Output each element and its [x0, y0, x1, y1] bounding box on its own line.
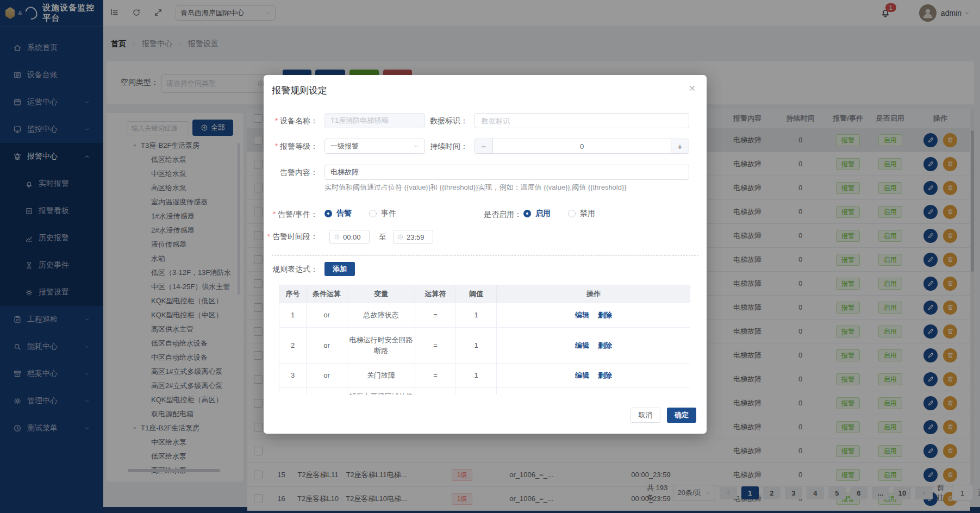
- alarm-event-radio-label[interactable]: 告警: [336, 209, 352, 218]
- time-start-value: 00:00: [343, 233, 361, 241]
- rule-column-header: 操作: [497, 285, 691, 303]
- close-icon[interactable]: [686, 83, 698, 96]
- duration-label: 持续时间：: [414, 139, 468, 154]
- divider: [272, 255, 698, 256]
- time-end-input[interactable]: 23:59: [393, 230, 433, 244]
- rule-row: 轿厢在开门区域外停: [279, 388, 691, 395]
- data-id-field[interactable]: [475, 113, 689, 128]
- alarm-event-radio-告警[interactable]: [324, 210, 332, 217]
- rule-delete-link[interactable]: 删除: [598, 311, 612, 319]
- time-start-input[interactable]: 00:00: [329, 230, 370, 244]
- rule-row: 1or总故障状态=1编辑删除: [279, 303, 691, 328]
- alarm-event-radio-label[interactable]: 事件: [381, 209, 396, 218]
- data-id-label: 数据标识：: [414, 113, 468, 128]
- alarm-event-label: 告警/事件：: [264, 210, 318, 218]
- rule-column-header: 变量: [347, 285, 415, 303]
- alarm-event-radio-事件[interactable]: [369, 210, 377, 217]
- time-to-text: 至: [374, 230, 391, 244]
- rule-row: 3or关门故障=1编辑删除: [279, 364, 691, 388]
- rule-column-header: 运算符: [415, 285, 456, 303]
- rule-expression-table: 序号条件运算变量运算符阈值操作1or总故障状态=1编辑删除2or电梯运行时安全回…: [279, 285, 690, 395]
- time-range-label: 告警时间段：: [264, 229, 318, 243]
- rule-column-header: 阈值: [456, 285, 497, 303]
- rule-delete-link[interactable]: 删除: [598, 371, 612, 379]
- rule-column-header: 序号: [279, 285, 307, 303]
- dialog-title: 报警规则设定: [272, 84, 327, 97]
- cancel-button[interactable]: 取消: [631, 408, 660, 423]
- alarm-content-label: 告警内容：: [264, 165, 318, 180]
- alarm-level-label: 报警等级：: [264, 139, 318, 154]
- enabled-radio-label[interactable]: 启用: [535, 209, 551, 218]
- confirm-button[interactable]: 确定: [667, 408, 696, 423]
- enabled-radio-禁用[interactable]: [568, 210, 576, 217]
- alarm-level-select[interactable]: 一级报警: [324, 139, 425, 154]
- duration-stepper: − 0 +: [475, 139, 689, 154]
- time-end-value: 23:59: [407, 233, 425, 241]
- alarm-rule-dialog: 报警规则设定 设备名称： T1座消防电梯轿厢 数据标识： 报警等级： 一级报警 …: [264, 75, 707, 434]
- duration-value[interactable]: 0: [493, 139, 671, 153]
- rule-edit-link[interactable]: 编辑: [575, 341, 589, 349]
- rule-expression-label: 规则表达式：: [264, 262, 318, 276]
- rule-edit-link[interactable]: 编辑: [575, 311, 589, 319]
- enabled-radio-启用[interactable]: [523, 210, 531, 217]
- clock-icon: [397, 234, 404, 240]
- rule-column-header: 条件运算: [307, 285, 347, 303]
- alarm-level-value: 一级报警: [330, 141, 359, 151]
- rule-delete-link[interactable]: 删除: [598, 341, 612, 349]
- enabled-radio-label[interactable]: 禁用: [580, 209, 595, 218]
- add-rule-button[interactable]: 添加: [324, 262, 355, 276]
- stepper-plus-button[interactable]: +: [671, 139, 689, 153]
- alarm-content-field[interactable]: 电梯故障: [324, 165, 689, 180]
- placeholder-hint: 实时值和阈值通过占位符 {{value}}和 {{threshold}}实现，例…: [324, 183, 694, 192]
- alarm-event-radio-group: 告警事件: [324, 209, 409, 218]
- rule-table-wrap: 序号条件运算变量运算符阈值操作1or总故障状态=1编辑删除2or电梯运行时安全回…: [279, 285, 690, 395]
- device-name-label: 设备名称：: [264, 113, 318, 128]
- clock-icon: [334, 234, 340, 240]
- device-name-field[interactable]: T1座消防电梯轿厢: [324, 113, 425, 128]
- stepper-minus-button[interactable]: −: [475, 139, 493, 153]
- rule-edit-link[interactable]: 编辑: [575, 371, 589, 379]
- enabled-label: 是否启用：: [467, 210, 522, 218]
- data-id-input[interactable]: [480, 116, 683, 126]
- enabled-radio-group: 启用禁用: [523, 209, 608, 218]
- rule-row: 2or电梯运行时安全回路断路=1编辑删除: [279, 328, 691, 364]
